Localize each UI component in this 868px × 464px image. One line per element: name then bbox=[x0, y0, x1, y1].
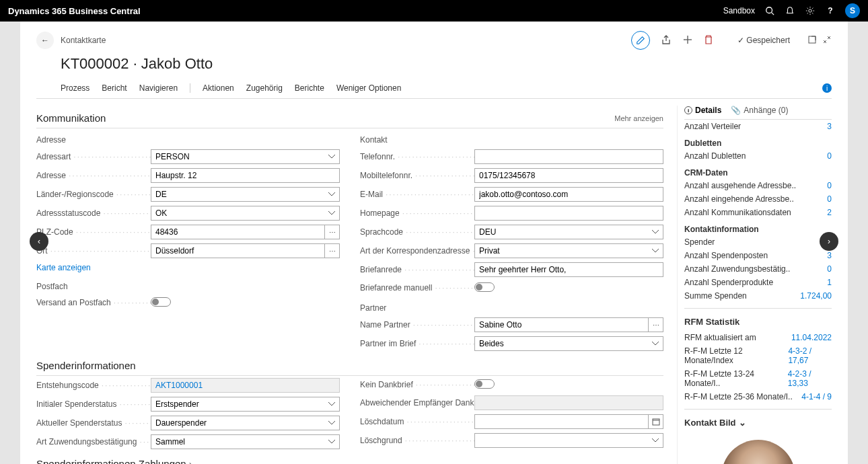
show-map-link[interactable]: Karte anzeigen bbox=[36, 260, 91, 275]
entstehung-input bbox=[151, 378, 340, 393]
label-abw-dank: Abweichender Empfänger Dankbrief bbox=[360, 398, 474, 408]
mobil-input[interactable] bbox=[474, 168, 663, 183]
fact-rfm36-value[interactable]: 4-1-4 / 9 bbox=[801, 392, 832, 401]
email-input[interactable] bbox=[474, 187, 663, 202]
menu-related[interactable]: Zugehörig bbox=[246, 83, 283, 93]
svg-point-2 bbox=[809, 9, 811, 12]
adressart-select[interactable]: PERSON bbox=[151, 149, 340, 164]
briefanrede-input[interactable] bbox=[474, 262, 663, 277]
contact-photo[interactable] bbox=[721, 440, 795, 464]
fact-kommd-value[interactable]: 2 bbox=[827, 208, 832, 217]
kein-dankbrief-toggle[interactable] bbox=[474, 379, 495, 389]
chevron-down-icon: ⌄ bbox=[739, 418, 746, 428]
bell-icon[interactable] bbox=[785, 5, 795, 16]
back-button[interactable]: ← bbox=[36, 32, 54, 49]
side-rfm-title[interactable]: RFM Statistik bbox=[684, 308, 832, 331]
loeschdatum-input[interactable] bbox=[474, 414, 649, 429]
plz-assist-button[interactable]: ⋯ bbox=[325, 225, 340, 239]
section-spenderinformationen[interactable]: Spenderinformationen bbox=[36, 353, 663, 376]
menu-navigate[interactable]: Navigieren bbox=[139, 83, 178, 93]
fact-spendpost-label: Anzahl Spendenposten bbox=[684, 251, 768, 260]
attachment-icon: 📎 bbox=[731, 106, 741, 115]
briefanrede-manuell-toggle[interactable] bbox=[474, 282, 495, 292]
ort-assist-button[interactable]: ⋯ bbox=[325, 243, 340, 258]
adressstatus-select[interactable]: OK bbox=[151, 206, 340, 221]
user-avatar[interactable]: S bbox=[845, 3, 860, 18]
partner-brief-select[interactable]: Beides bbox=[474, 336, 663, 351]
artkorr-select[interactable]: Privat bbox=[474, 243, 663, 258]
facthead-kontaktinfo: Kontaktinformation bbox=[684, 219, 832, 235]
menu-actions[interactable]: Aktionen bbox=[203, 83, 234, 93]
saved-status: ✓ Gespeichert bbox=[737, 36, 790, 45]
prev-record-button[interactable]: ‹ bbox=[30, 232, 48, 251]
menu-process[interactable]: Prozess bbox=[61, 83, 89, 93]
collapse-icon[interactable] bbox=[822, 35, 832, 46]
fact-verteiler-value[interactable]: 3 bbox=[827, 122, 832, 131]
subhead-kontakt: Kontakt bbox=[360, 128, 663, 147]
gear-icon[interactable] bbox=[805, 5, 816, 16]
fact-rfm-akt-value[interactable]: 11.04.2022 bbox=[791, 333, 832, 342]
subhead-partner: Partner bbox=[360, 297, 663, 315]
telefon-input[interactable] bbox=[474, 149, 663, 164]
menu-separator bbox=[190, 83, 190, 93]
search-icon[interactable] bbox=[764, 5, 775, 16]
adresse-input[interactable] bbox=[151, 168, 340, 183]
akt-status-select[interactable]: Dauerspender bbox=[151, 416, 340, 430]
tab-attachments[interactable]: 📎Anhänge (0) bbox=[731, 106, 788, 115]
label-loeschdat: Löschdatum bbox=[360, 417, 474, 426]
sprachcode-select[interactable]: DEU bbox=[474, 225, 663, 239]
share-icon[interactable] bbox=[661, 34, 672, 47]
tab-details[interactable]: iDetails bbox=[684, 106, 721, 115]
label-adressart: Adressart bbox=[36, 152, 151, 161]
help-icon[interactable]: ? bbox=[825, 5, 836, 16]
new-icon[interactable] bbox=[682, 34, 693, 47]
fact-rfm24-label: R-F-M Letzte 13-24 Monate/I.. bbox=[684, 369, 788, 388]
art-zuw-select[interactable]: Sammel bbox=[151, 434, 340, 449]
action-bar: Prozess Bericht Navigieren Aktionen Zuge… bbox=[36, 79, 832, 99]
side-bild-title[interactable]: Kontakt Bild⌄ bbox=[684, 409, 832, 432]
init-status-select[interactable]: Erstspender bbox=[151, 397, 340, 412]
plz-input[interactable] bbox=[151, 225, 325, 239]
svg-point-0 bbox=[766, 7, 772, 13]
edit-button[interactable] bbox=[631, 31, 650, 50]
fact-zuw-value[interactable]: 0 bbox=[827, 264, 832, 274]
label-homepage: Homepage bbox=[360, 208, 474, 218]
show-more-link[interactable]: Mehr anzeigen bbox=[614, 114, 663, 122]
svg-rect-5 bbox=[809, 36, 816, 43]
svg-line-1 bbox=[772, 13, 774, 15]
name-partner-assist-button[interactable]: ⋯ bbox=[649, 317, 663, 332]
ort-input[interactable] bbox=[151, 243, 325, 258]
section-spenderinformationen-label: Spenderinformationen bbox=[36, 360, 136, 371]
fact-summe-value[interactable]: 1.724,00 bbox=[800, 291, 832, 301]
label-briefanrede: Briefanrede bbox=[360, 265, 474, 274]
fact-spendprod-value[interactable]: 1 bbox=[827, 278, 832, 287]
calendar-icon[interactable] bbox=[649, 414, 663, 429]
facthead-dubletten: Dubletten bbox=[684, 133, 832, 149]
menu-fewer-options[interactable]: Weniger Optionen bbox=[336, 83, 402, 93]
fact-ausg-label: Anzahl ausgehende Adressbe.. bbox=[684, 181, 796, 190]
fact-eing-value[interactable]: 0 bbox=[827, 194, 832, 204]
loeschgrund-select[interactable] bbox=[474, 433, 663, 448]
fact-zuw-label: Anzahl Zuwendungsbestätig.. bbox=[684, 264, 790, 274]
popout-icon[interactable] bbox=[807, 35, 817, 46]
section-spender-zahlungen[interactable]: Spenderinformationen Zahlungen bbox=[36, 451, 663, 464]
menu-reports[interactable]: Berichte bbox=[295, 83, 324, 93]
name-partner-input[interactable] bbox=[474, 317, 649, 332]
section-kommunikation[interactable]: Kommunikation Mehr anzeigen bbox=[36, 106, 663, 128]
homepage-input[interactable] bbox=[474, 206, 663, 221]
label-email: E-Mail bbox=[360, 190, 474, 199]
fact-ausg-value[interactable]: 0 bbox=[827, 181, 832, 190]
next-record-button[interactable]: › bbox=[820, 232, 838, 251]
delete-icon[interactable] bbox=[704, 34, 713, 47]
fact-rfm12-value[interactable]: 4-3-2 / 17,67 bbox=[788, 346, 832, 365]
info-icon[interactable]: i bbox=[822, 83, 832, 93]
versand-postfach-toggle[interactable] bbox=[151, 297, 171, 307]
section-spender-zahlungen-label: Spenderinformationen Zahlungen bbox=[36, 458, 186, 464]
land-select[interactable]: DE bbox=[151, 187, 340, 202]
label-art-zuw: Art Zuwendungsbestätigung bbox=[36, 437, 151, 447]
menu-report[interactable]: Bericht bbox=[102, 83, 126, 93]
fact-dubletten-value[interactable]: 0 bbox=[827, 151, 832, 161]
label-adressstatus: Adressstatuscode bbox=[36, 208, 151, 218]
fact-spendpost-value[interactable]: 3 bbox=[827, 251, 832, 260]
fact-rfm24-value[interactable]: 4-2-3 / 13,33 bbox=[788, 369, 832, 388]
